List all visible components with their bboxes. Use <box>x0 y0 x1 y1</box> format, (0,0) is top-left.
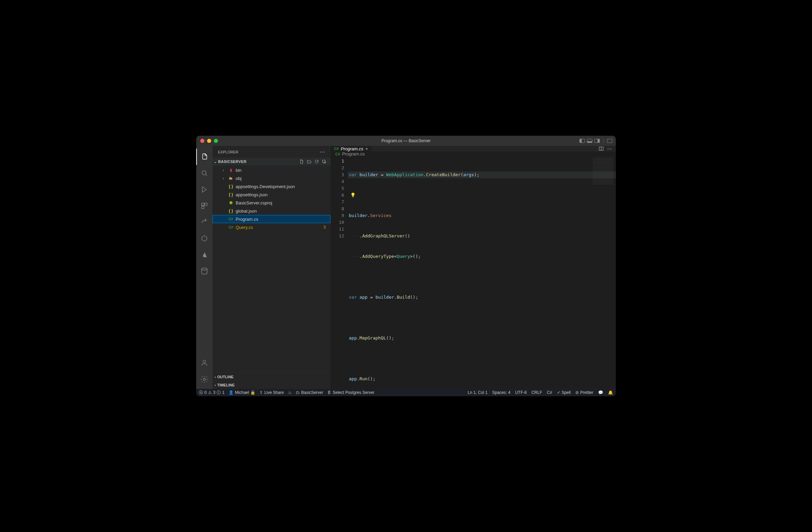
kubernetes-icon <box>201 235 208 242</box>
activity-postgres[interactable] <box>196 263 213 279</box>
folder-obj[interactable]: › 🖿 obj <box>213 174 331 182</box>
line-number-gutter: 1 2 3 4 5 6 7 8 9 10 11 12 <box>331 157 348 389</box>
json-icon: { } <box>228 184 234 189</box>
toggle-panel-icon[interactable] <box>587 139 592 143</box>
file-csproj[interactable]: ⬢ BasicServer.csproj <box>213 199 331 207</box>
status-user-name: Michael <box>235 390 249 395</box>
file-label: global.json <box>236 209 257 214</box>
section-timeline[interactable]: › TIMELINE <box>213 380 331 389</box>
minimize-window-button[interactable] <box>207 139 211 143</box>
json-icon: { } <box>228 209 234 213</box>
line-number: 2 <box>331 164 344 171</box>
lock-icon: 🔒 <box>250 390 255 395</box>
svg-rect-3 <box>202 206 204 209</box>
status-cursor-position[interactable]: Ln 1, Col 1 <box>468 390 488 395</box>
activity-search[interactable] <box>196 165 213 181</box>
code-line: app.Run(); <box>348 375 616 382</box>
files-icon <box>201 153 209 161</box>
info-icon: ⓘ <box>217 390 221 396</box>
titlebar: Program.cs — BasicServer <box>196 136 616 146</box>
tab-program-cs[interactable]: C# Program.cs × <box>331 146 372 152</box>
refresh-icon[interactable] <box>314 159 319 164</box>
database-icon: 🛢 <box>327 390 331 395</box>
titlebar-layout-controls <box>579 139 612 143</box>
line-number: 1 <box>331 158 344 164</box>
chevron-right-icon: › <box>215 383 216 387</box>
database-icon <box>200 267 208 275</box>
split-editor-icon[interactable] <box>598 146 604 152</box>
file-label: bin <box>236 168 242 173</box>
folder-icon: 🗀 <box>296 390 300 395</box>
collapse-all-icon[interactable] <box>322 159 327 164</box>
customize-layout-icon[interactable] <box>607 139 612 143</box>
status-eol[interactable]: CRLF <box>532 390 542 395</box>
status-postgres[interactable]: 🛢 Select Postgres Server <box>327 390 374 395</box>
code-line <box>348 355 616 362</box>
bell-icon: 🔔 <box>608 390 613 395</box>
tab-label: Program.cs <box>341 146 363 152</box>
status-spell[interactable]: ✓ Spell <box>557 390 571 395</box>
file-label: appsettings.json <box>236 192 267 197</box>
status-problems[interactable]: ⓧ0 ⚠3 ⓘ1 <box>199 390 224 396</box>
status-folder[interactable]: 🗀 BasicServer <box>296 390 323 395</box>
file-program-cs[interactable]: C# Program.cs <box>213 215 331 223</box>
new-file-icon[interactable] <box>299 159 304 164</box>
activity-azure[interactable] <box>196 247 213 263</box>
status-feedback[interactable]: 💬 <box>598 390 603 395</box>
activity-share[interactable] <box>196 214 213 230</box>
code-line: app.MapGraphQL(); <box>348 335 616 342</box>
project-header[interactable]: ⌄ BASICSERVER <box>213 158 331 165</box>
azure-icon <box>201 251 208 259</box>
status-language[interactable]: C# <box>547 390 552 395</box>
status-bar: ⓧ0 ⚠3 ⓘ1 👤 Michael 🔒 ⇪ Live Share ♨ 🗀 Ba… <box>196 389 616 396</box>
line-number: 8 <box>331 205 344 212</box>
file-appsettings[interactable]: { } appsettings.json <box>213 190 331 199</box>
new-folder-icon[interactable] <box>307 159 311 164</box>
activity-explorer[interactable] <box>196 149 213 165</box>
code-line: var builder = WebApplication.CreateBuild… <box>348 171 616 178</box>
csharp-icon: C# <box>335 152 340 156</box>
file-label: Query.cs <box>236 225 253 230</box>
activity-accounts[interactable] <box>196 355 213 371</box>
status-liveshare[interactable]: ⇪ Live Share <box>259 390 284 395</box>
activity-extensions[interactable] <box>196 198 213 214</box>
chevron-right-icon: › <box>223 168 226 172</box>
status-notifications[interactable]: 🔔 <box>608 390 613 395</box>
breadcrumb[interactable]: C# Program.cs <box>331 152 616 157</box>
section-outline[interactable]: › OUTLINE <box>213 372 331 380</box>
code-line: builder.Services <box>348 212 616 219</box>
status-flame[interactable]: ♨ <box>288 390 292 395</box>
code-editor[interactable]: 1 2 3 4 5 6 7 8 9 10 11 12 var builder =… <box>331 157 616 389</box>
activity-run-debug[interactable] <box>196 181 213 198</box>
folder-bin[interactable]: › ▮ bin <box>213 166 331 174</box>
section-label: OUTLINE <box>217 375 234 379</box>
file-appsettings-dev[interactable]: { } appsettings.Development.json <box>213 182 331 190</box>
file-query-cs[interactable]: C# Query.cs 3 <box>213 223 331 231</box>
status-indentation[interactable]: Spaces: 4 <box>492 390 510 395</box>
file-global-json[interactable]: { } global.json <box>213 207 331 215</box>
search-icon <box>200 169 208 177</box>
status-account[interactable]: 👤 Michael 🔒 <box>229 390 255 395</box>
error-icon: ⓧ <box>199 390 203 396</box>
status-encoding[interactable]: UTF-8 <box>515 390 527 395</box>
line-number: 11 <box>331 226 344 233</box>
toggle-secondary-sidebar-icon[interactable] <box>594 139 600 143</box>
line-number: 5 <box>331 185 344 192</box>
sidebar-more-actions[interactable]: ⋯ <box>320 149 325 155</box>
svg-marker-4 <box>202 236 207 242</box>
status-prettier[interactable]: ⊘ Prettier <box>575 390 593 395</box>
json-icon: { } <box>228 192 234 197</box>
line-number: 7 <box>331 199 344 205</box>
activity-kubernetes[interactable] <box>196 230 213 247</box>
lightbulb-icon[interactable]: 💡 <box>349 192 356 198</box>
activity-settings[interactable] <box>196 371 213 387</box>
maximize-window-button[interactable] <box>214 139 218 143</box>
close-window-button[interactable] <box>200 139 204 143</box>
svg-rect-8 <box>323 160 325 162</box>
toggle-primary-sidebar-icon[interactable] <box>579 139 585 143</box>
more-actions-icon[interactable]: ⋯ <box>607 146 612 152</box>
activity-bar <box>196 146 213 389</box>
minimap[interactable] <box>593 158 613 185</box>
close-tab-icon[interactable]: × <box>365 146 368 152</box>
code-content: var builder = WebApplication.CreateBuild… <box>348 157 616 389</box>
